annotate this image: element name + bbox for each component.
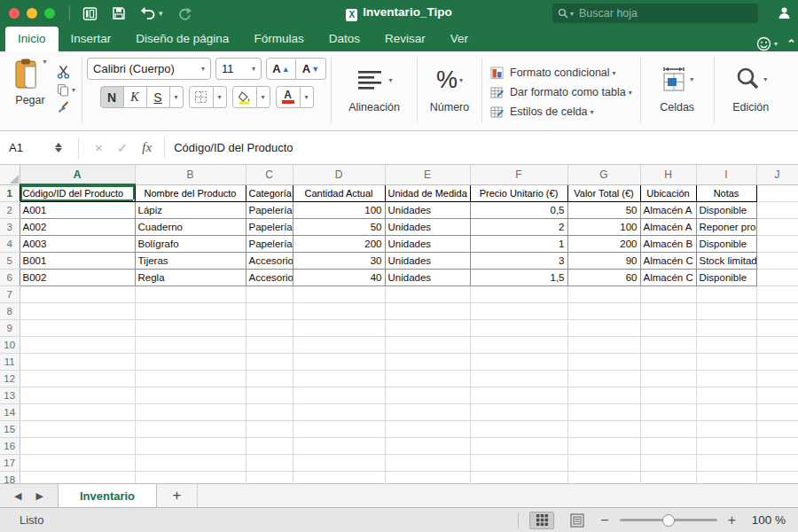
cell-F1[interactable]: Precio Unitario (€) (470, 184, 567, 201)
row-header-6[interactable]: 6 (0, 269, 20, 286)
cell-B12[interactable] (135, 370, 246, 387)
cell-H15[interactable] (640, 420, 696, 437)
cell-A2[interactable]: A001 (20, 201, 135, 218)
cell-B9[interactable] (135, 319, 246, 336)
cell-A8[interactable] (20, 302, 135, 319)
feedback-smiley-icon[interactable] (756, 36, 771, 51)
undo-button[interactable]: ▾ (140, 6, 163, 20)
cell-E7[interactable] (385, 286, 470, 302)
cell-G18[interactable] (567, 471, 640, 483)
row-header-8[interactable]: 8 (0, 302, 20, 319)
cell-D5[interactable]: 30 (293, 252, 385, 269)
borders-dropdown-arrow[interactable]: ▾ (214, 86, 227, 108)
cell-D1[interactable]: Cantidad Actual (293, 184, 385, 201)
cell-J7[interactable] (756, 286, 798, 302)
cell-J8[interactable] (756, 302, 798, 319)
next-sheet-arrow[interactable]: ▶ (35, 490, 43, 502)
cell-H12[interactable] (640, 370, 696, 387)
fill-color-dropdown-arrow[interactable]: ▾ (257, 86, 270, 108)
cell-D12[interactable] (293, 370, 385, 387)
name-box[interactable]: A1 (0, 141, 55, 154)
row-header-14[interactable]: 14 (0, 403, 20, 420)
row-header-11[interactable]: 11 (0, 353, 20, 370)
cell-F4[interactable]: 1 (470, 235, 567, 252)
cell-F15[interactable] (470, 420, 567, 437)
cell-B1[interactable]: Nombre del Producto (135, 184, 246, 201)
tab-revisar[interactable]: Revisar (372, 27, 438, 51)
cell-G15[interactable] (567, 420, 640, 437)
undo-dropdown-arrow[interactable]: ▾ (159, 9, 163, 18)
cell-C10[interactable] (246, 336, 293, 353)
cell-F5[interactable]: 3 (470, 252, 567, 269)
normal-view-button[interactable] (529, 512, 554, 529)
cell-I12[interactable] (696, 370, 756, 387)
cell-A9[interactable] (20, 319, 135, 336)
cell-A17[interactable] (20, 454, 135, 471)
cell-D16[interactable] (293, 437, 385, 454)
cell-H14[interactable] (640, 403, 696, 420)
cell-C6[interactable]: Accesorios (246, 269, 293, 286)
font-color-dropdown-arrow[interactable]: ▾ (301, 86, 314, 108)
zoom-level[interactable]: 100 % (747, 513, 786, 527)
cell-H3[interactable]: Almacén A (640, 218, 696, 235)
cell-H16[interactable] (640, 437, 696, 454)
cell-B18[interactable] (135, 471, 246, 483)
cell-D15[interactable] (293, 420, 385, 437)
column-header-I[interactable]: I (696, 165, 756, 184)
cell-I15[interactable] (696, 420, 756, 437)
cell-C11[interactable] (246, 353, 293, 370)
cell-I17[interactable] (696, 454, 756, 471)
add-sheet-button[interactable]: + (157, 484, 198, 507)
cell-G11[interactable] (567, 353, 640, 370)
cell-F18[interactable] (470, 471, 567, 483)
cell-D9[interactable] (293, 319, 385, 336)
cell-C2[interactable]: Papelería (246, 201, 293, 218)
cell-A7[interactable] (20, 286, 135, 302)
borders-button[interactable] (189, 86, 214, 108)
cell-C12[interactable] (246, 370, 293, 387)
cell-C1[interactable]: Categoría (246, 184, 293, 201)
cell-I14[interactable] (696, 403, 756, 420)
formula-content[interactable]: Código/ID del Producto (174, 141, 293, 154)
row-header-5[interactable]: 5 (0, 252, 20, 269)
cell-B15[interactable] (135, 420, 246, 437)
tab-inicio[interactable]: Inicio (5, 27, 59, 51)
fill-color-button[interactable] (232, 86, 257, 108)
row-header-3[interactable]: 3 (0, 218, 20, 235)
workbook-gallery-icon[interactable] (82, 6, 98, 21)
cell-C5[interactable]: Accesorios (246, 252, 293, 269)
cell-I6[interactable]: Disponible (696, 269, 756, 286)
italic-button[interactable]: K (124, 86, 147, 108)
cell-J10[interactable] (756, 336, 798, 353)
cell-A15[interactable] (20, 420, 135, 437)
page-layout-view-button[interactable] (565, 512, 590, 529)
cell-J11[interactable] (756, 353, 798, 370)
cell-G6[interactable]: 60 (567, 269, 640, 286)
cell-G4[interactable]: 200 (567, 235, 640, 252)
cell-F7[interactable] (470, 286, 567, 302)
cell-F8[interactable] (470, 302, 567, 319)
cell-I1[interactable]: Notas (696, 184, 756, 201)
cell-D4[interactable]: 200 (293, 235, 385, 252)
cell-A13[interactable] (20, 387, 135, 403)
column-header-D[interactable]: D (293, 165, 385, 184)
feedback-dropdown-arrow[interactable]: ▾ (774, 40, 778, 48)
cell-C18[interactable] (246, 471, 293, 483)
row-header-4[interactable]: 4 (0, 235, 20, 252)
cell-B16[interactable] (135, 437, 246, 454)
cell-H13[interactable] (640, 387, 696, 403)
cell-C13[interactable] (246, 387, 293, 403)
save-icon[interactable] (112, 6, 126, 20)
cell-H17[interactable] (640, 454, 696, 471)
cell-E10[interactable] (385, 336, 470, 353)
sheet-tab-inventario[interactable]: Inventario (58, 484, 157, 507)
cell-B8[interactable] (135, 302, 246, 319)
cell-A11[interactable] (20, 353, 135, 370)
cell-H6[interactable]: Almacén C (640, 269, 696, 286)
row-header-1[interactable]: 1 (0, 184, 20, 201)
share-user-icon[interactable] (778, 6, 791, 23)
close-window-button[interactable] (9, 8, 20, 19)
zoom-slider-thumb[interactable] (662, 514, 675, 527)
column-header-C[interactable]: C (246, 165, 293, 184)
cell-I10[interactable] (696, 336, 756, 353)
